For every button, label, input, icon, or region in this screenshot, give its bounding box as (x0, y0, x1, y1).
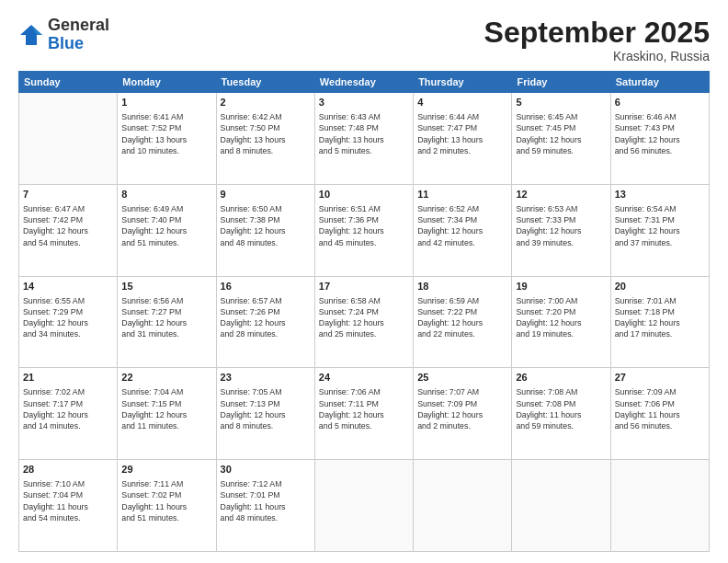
day-number: 10 (319, 188, 409, 201)
calendar-cell: 5Sunrise: 6:45 AM Sunset: 7:45 PM Daylig… (512, 93, 610, 185)
calendar-cell: 20Sunrise: 7:01 AM Sunset: 7:18 PM Dayli… (610, 276, 709, 368)
day-number: 4 (417, 96, 507, 109)
day-info: Sunrise: 6:52 AM Sunset: 7:34 PM Dayligh… (417, 203, 507, 248)
calendar-cell (512, 460, 610, 552)
day-header-saturday: Saturday (610, 72, 709, 93)
calendar-cell: 18Sunrise: 6:59 AM Sunset: 7:22 PM Dayli… (414, 276, 512, 368)
day-info: Sunrise: 7:11 AM Sunset: 7:02 PM Dayligh… (121, 478, 211, 523)
day-number: 19 (516, 280, 606, 293)
logo-general-text: General (48, 16, 109, 34)
calendar-cell: 22Sunrise: 7:04 AM Sunset: 7:15 PM Dayli… (118, 368, 216, 460)
day-info: Sunrise: 7:10 AM Sunset: 7:04 PM Dayligh… (23, 478, 113, 523)
calendar-cell: 8Sunrise: 6:49 AM Sunset: 7:40 PM Daylig… (118, 184, 216, 276)
day-info: Sunrise: 6:58 AM Sunset: 7:24 PM Dayligh… (319, 295, 409, 340)
calendar-cell: 14Sunrise: 6:55 AM Sunset: 7:29 PM Dayli… (19, 276, 118, 368)
day-info: Sunrise: 6:41 AM Sunset: 7:52 PM Dayligh… (121, 111, 211, 156)
day-info: Sunrise: 6:46 AM Sunset: 7:43 PM Dayligh… (615, 111, 705, 156)
day-number: 22 (121, 371, 211, 385)
calendar-week-row: 1Sunrise: 6:41 AM Sunset: 7:52 PM Daylig… (19, 93, 710, 185)
calendar-cell: 28Sunrise: 7:10 AM Sunset: 7:04 PM Dayli… (19, 460, 118, 552)
calendar-cell: 17Sunrise: 6:58 AM Sunset: 7:24 PM Dayli… (314, 276, 413, 368)
calendar-cell: 19Sunrise: 7:00 AM Sunset: 7:20 PM Dayli… (512, 276, 610, 368)
day-info: Sunrise: 6:47 AM Sunset: 7:42 PM Dayligh… (23, 203, 113, 248)
calendar-cell: 13Sunrise: 6:54 AM Sunset: 7:31 PM Dayli… (610, 184, 709, 276)
day-number: 1 (121, 96, 211, 109)
calendar-cell: 30Sunrise: 7:12 AM Sunset: 7:01 PM Dayli… (216, 460, 314, 552)
day-info: Sunrise: 6:49 AM Sunset: 7:40 PM Dayligh… (121, 203, 211, 248)
day-info: Sunrise: 7:09 AM Sunset: 7:06 PM Dayligh… (615, 386, 705, 431)
day-header-thursday: Thursday (414, 72, 512, 93)
location: Kraskino, Russia (484, 49, 710, 63)
day-info: Sunrise: 7:06 AM Sunset: 7:11 PM Dayligh… (319, 386, 409, 431)
day-number: 6 (615, 96, 705, 109)
day-info: Sunrise: 7:12 AM Sunset: 7:01 PM Dayligh… (221, 478, 311, 523)
calendar-week-row: 28Sunrise: 7:10 AM Sunset: 7:04 PM Dayli… (19, 460, 710, 552)
calendar-cell: 12Sunrise: 6:53 AM Sunset: 7:33 PM Dayli… (512, 184, 610, 276)
day-info: Sunrise: 7:00 AM Sunset: 7:20 PM Dayligh… (516, 295, 606, 340)
day-header-monday: Monday (118, 72, 216, 93)
day-info: Sunrise: 6:43 AM Sunset: 7:48 PM Dayligh… (319, 111, 409, 156)
day-number: 14 (23, 280, 113, 293)
day-info: Sunrise: 6:54 AM Sunset: 7:31 PM Dayligh… (615, 203, 705, 248)
header: General Blue September 2025 Kraskino, Ru… (18, 17, 710, 63)
day-info: Sunrise: 6:56 AM Sunset: 7:27 PM Dayligh… (121, 295, 211, 340)
calendar-cell: 26Sunrise: 7:08 AM Sunset: 7:08 PM Dayli… (512, 368, 610, 460)
calendar-week-row: 14Sunrise: 6:55 AM Sunset: 7:29 PM Dayli… (19, 276, 710, 368)
day-info: Sunrise: 7:07 AM Sunset: 7:09 PM Dayligh… (417, 386, 507, 431)
day-number: 30 (221, 463, 311, 477)
month-title: September 2025 (484, 17, 710, 49)
day-number: 25 (417, 371, 507, 385)
day-number: 29 (121, 463, 211, 477)
day-number: 11 (417, 188, 507, 201)
day-info: Sunrise: 6:55 AM Sunset: 7:29 PM Dayligh… (23, 295, 113, 340)
calendar-cell: 21Sunrise: 7:02 AM Sunset: 7:17 PM Dayli… (19, 368, 118, 460)
calendar-cell: 16Sunrise: 6:57 AM Sunset: 7:26 PM Dayli… (216, 276, 314, 368)
day-header-tuesday: Tuesday (216, 72, 314, 93)
day-number: 21 (23, 371, 113, 385)
day-number: 27 (615, 371, 705, 385)
calendar-cell: 10Sunrise: 6:51 AM Sunset: 7:36 PM Dayli… (314, 184, 413, 276)
day-info: Sunrise: 6:42 AM Sunset: 7:50 PM Dayligh… (221, 111, 311, 156)
day-number: 3 (319, 96, 409, 109)
calendar-cell (414, 460, 512, 552)
day-number: 24 (319, 371, 409, 385)
calendar-cell (19, 93, 118, 185)
logo-blue-text: Blue (48, 34, 84, 52)
day-number: 28 (23, 463, 113, 477)
day-info: Sunrise: 6:59 AM Sunset: 7:22 PM Dayligh… (417, 295, 507, 340)
calendar-week-row: 7Sunrise: 6:47 AM Sunset: 7:42 PM Daylig… (19, 184, 710, 276)
day-header-friday: Friday (512, 72, 610, 93)
calendar-cell (610, 460, 709, 552)
calendar-cell: 4Sunrise: 6:44 AM Sunset: 7:47 PM Daylig… (414, 93, 512, 185)
day-info: Sunrise: 6:44 AM Sunset: 7:47 PM Dayligh… (417, 111, 507, 156)
calendar-cell: 15Sunrise: 6:56 AM Sunset: 7:27 PM Dayli… (118, 276, 216, 368)
day-info: Sunrise: 7:04 AM Sunset: 7:15 PM Dayligh… (121, 386, 211, 431)
day-number: 13 (615, 188, 705, 201)
day-number: 17 (319, 280, 409, 293)
day-info: Sunrise: 6:50 AM Sunset: 7:38 PM Dayligh… (221, 203, 311, 248)
day-header-sunday: Sunday (19, 72, 118, 93)
logo: General Blue (18, 17, 109, 53)
day-number: 7 (23, 188, 113, 201)
calendar-cell: 11Sunrise: 6:52 AM Sunset: 7:34 PM Dayli… (414, 184, 512, 276)
day-number: 20 (615, 280, 705, 293)
day-number: 26 (516, 371, 606, 385)
calendar-week-row: 21Sunrise: 7:02 AM Sunset: 7:17 PM Dayli… (19, 368, 710, 460)
calendar-cell: 3Sunrise: 6:43 AM Sunset: 7:48 PM Daylig… (314, 93, 413, 185)
day-info: Sunrise: 6:57 AM Sunset: 7:26 PM Dayligh… (221, 295, 311, 340)
day-info: Sunrise: 6:53 AM Sunset: 7:33 PM Dayligh… (516, 203, 606, 248)
day-number: 12 (516, 188, 606, 201)
calendar-cell: 9Sunrise: 6:50 AM Sunset: 7:38 PM Daylig… (216, 184, 314, 276)
calendar-cell: 2Sunrise: 6:42 AM Sunset: 7:50 PM Daylig… (216, 93, 314, 185)
calendar-cell: 6Sunrise: 6:46 AM Sunset: 7:43 PM Daylig… (610, 93, 709, 185)
day-info: Sunrise: 7:01 AM Sunset: 7:18 PM Dayligh… (615, 295, 705, 340)
day-info: Sunrise: 6:51 AM Sunset: 7:36 PM Dayligh… (319, 203, 409, 248)
calendar-header-row: SundayMondayTuesdayWednesdayThursdayFrid… (19, 72, 710, 93)
day-number: 16 (221, 280, 311, 293)
day-info: Sunrise: 6:45 AM Sunset: 7:45 PM Dayligh… (516, 111, 606, 156)
day-number: 15 (121, 280, 211, 293)
day-info: Sunrise: 7:05 AM Sunset: 7:13 PM Dayligh… (221, 386, 311, 431)
calendar-cell: 27Sunrise: 7:09 AM Sunset: 7:06 PM Dayli… (610, 368, 709, 460)
day-number: 23 (221, 371, 311, 385)
calendar-cell: 23Sunrise: 7:05 AM Sunset: 7:13 PM Dayli… (216, 368, 314, 460)
